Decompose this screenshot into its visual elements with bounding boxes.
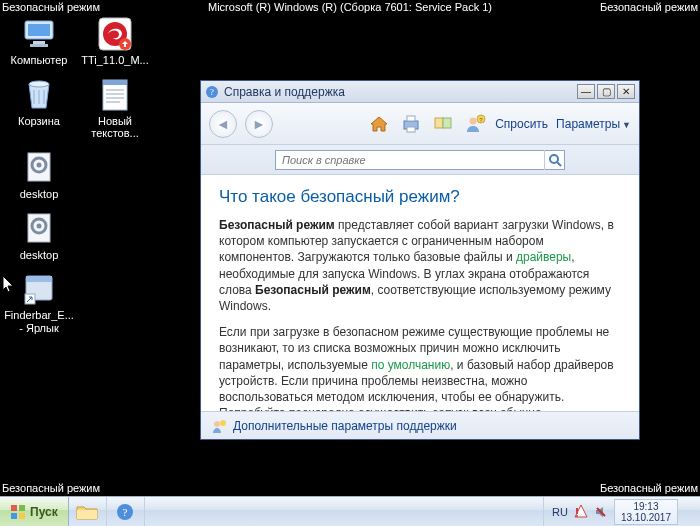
desktop-icon-computer[interactable]: Компьютер: [4, 16, 74, 67]
desktop-icon-label: desktop: [20, 188, 59, 201]
drivers-link[interactable]: драйверы: [516, 250, 571, 264]
desktop-icon-desktop-ini-1[interactable]: desktop: [4, 150, 74, 201]
default-link[interactable]: по умолчанию: [371, 358, 450, 372]
desktop-icon-tti[interactable]: TTi_11.0_M...: [80, 16, 150, 67]
help-footer-label: Дополнительные параметры поддержки: [233, 419, 457, 433]
ini-gear-icon: [21, 150, 57, 186]
taskbar: Пуск ? RU 19:13 13.10.2017: [0, 496, 700, 526]
chevron-down-icon: ▼: [622, 120, 631, 130]
window-maximize-button[interactable]: ▢: [597, 84, 615, 99]
svg-point-26: [470, 117, 477, 124]
home-icon[interactable]: [367, 112, 391, 136]
help-toolbar: ◄ ► ? Спросить Параметры▼: [201, 103, 639, 145]
trend-app-icon: [97, 16, 133, 52]
ini-gear-icon: [21, 211, 57, 247]
windows-logo-icon: [10, 504, 26, 520]
shortcut-icon: [21, 271, 57, 307]
folder-icon: [76, 503, 98, 521]
svg-rect-39: [576, 508, 578, 514]
svg-point-29: [550, 155, 558, 163]
desktop-icon-label: Новый текстов...: [80, 115, 150, 140]
options-dropdown[interactable]: Параметры▼: [556, 117, 631, 131]
svg-point-30: [214, 421, 220, 427]
desktop-icon-recycle-bin[interactable]: Корзина: [4, 77, 74, 140]
desktop-icon-desktop-ini-2[interactable]: desktop: [4, 211, 74, 262]
desktop-icon-finderbar-shortcut[interactable]: Finderbar_E... - Ярлык: [4, 271, 74, 334]
support-options-icon: [211, 418, 227, 434]
svg-rect-22: [407, 116, 415, 121]
safe-mode-label-top-right: Безопасный режим: [600, 1, 698, 13]
desktop-icon-label: Finderbar_E... - Ярлык: [4, 309, 74, 334]
svg-point-40: [576, 515, 578, 517]
window-title: Справка и поддержка: [224, 85, 345, 99]
desktop-icon-label: Корзина: [18, 115, 60, 128]
language-indicator[interactable]: RU: [552, 506, 568, 518]
clock-time: 19:13: [621, 501, 671, 512]
taskbar-clock[interactable]: 19:13 13.10.2017: [614, 499, 678, 525]
svg-text:?: ?: [210, 87, 214, 97]
svg-point-31: [220, 420, 226, 426]
desktop-icon-notepad[interactable]: Новый текстов...: [80, 77, 150, 140]
svg-rect-23: [407, 127, 415, 132]
window-titlebar[interactable]: ? Справка и поддержка — ▢ ✕: [201, 81, 639, 103]
start-button[interactable]: Пуск: [0, 497, 69, 526]
svg-rect-1: [28, 24, 50, 36]
action-center-icon[interactable]: [574, 504, 588, 520]
desktop-icon-label: Компьютер: [11, 54, 68, 67]
help-title-icon: ?: [205, 85, 219, 99]
safe-mode-label-top-left: Безопасный режим: [2, 1, 100, 13]
svg-rect-24: [435, 118, 443, 128]
help-paragraph-1: Безопасный режим представляет собой вари…: [219, 217, 621, 314]
svg-point-15: [37, 223, 42, 228]
recycle-bin-icon: [21, 77, 57, 113]
help-support-window: ? Справка и поддержка — ▢ ✕ ◄ ► ? Спроси…: [200, 80, 640, 440]
taskbar-explorer-button[interactable]: [69, 497, 107, 526]
system-tray: RU 19:13 13.10.2017: [543, 497, 700, 526]
print-icon[interactable]: [399, 112, 423, 136]
svg-rect-33: [19, 505, 25, 511]
window-close-button[interactable]: ✕: [617, 84, 635, 99]
svg-point-12: [37, 162, 42, 167]
help-content: Что такое безопасный режим? Безопасный р…: [201, 175, 639, 411]
safe-mode-label-bottom-left: Безопасный режим: [2, 482, 100, 494]
windows-build-label: Microsoft (R) Windows (R) (Сборка 7601: …: [208, 1, 492, 13]
svg-rect-9: [103, 80, 127, 85]
desktop-icon-label: desktop: [20, 249, 59, 262]
svg-rect-36: [77, 510, 97, 519]
desktop-icon-label: TTi_11.0_M...: [81, 54, 148, 67]
help-footer[interactable]: Дополнительные параметры поддержки: [201, 411, 639, 439]
computer-icon: [21, 16, 57, 52]
svg-rect-32: [11, 505, 17, 511]
clock-date: 13.10.2017: [621, 512, 671, 523]
nav-forward-button[interactable]: ►: [245, 110, 273, 138]
help-heading: Что такое безопасный режим?: [219, 187, 621, 207]
help-taskbar-icon: ?: [116, 503, 134, 521]
svg-rect-34: [11, 513, 17, 519]
svg-rect-2: [33, 41, 45, 44]
search-icon[interactable]: [544, 150, 564, 170]
taskbar-help-button[interactable]: ?: [107, 497, 145, 526]
start-label: Пуск: [30, 505, 58, 519]
volume-icon[interactable]: [594, 505, 608, 519]
help-search-input[interactable]: [276, 154, 544, 166]
svg-rect-25: [443, 118, 451, 128]
svg-point-7: [29, 81, 49, 87]
text-file-icon: [97, 77, 133, 113]
nav-back-button[interactable]: ◄: [209, 110, 237, 138]
help-search-bar: [201, 145, 639, 175]
help-paragraph-2: Если при загрузке в безопасном режиме су…: [219, 324, 621, 411]
browse-icon[interactable]: [431, 112, 455, 136]
help-search-box: [275, 150, 565, 170]
ask-link[interactable]: Спросить: [495, 117, 548, 131]
desktop-grid: Компьютер TTi_11.0_M... Корзина Новый те…: [4, 16, 150, 334]
svg-rect-3: [30, 44, 48, 47]
window-minimize-button[interactable]: —: [577, 84, 595, 99]
safe-mode-label-bottom-right: Безопасный режим: [600, 482, 698, 494]
svg-rect-17: [26, 276, 52, 282]
svg-rect-35: [19, 513, 25, 519]
ask-person-icon[interactable]: ?: [463, 112, 487, 136]
svg-text:?: ?: [123, 506, 128, 518]
